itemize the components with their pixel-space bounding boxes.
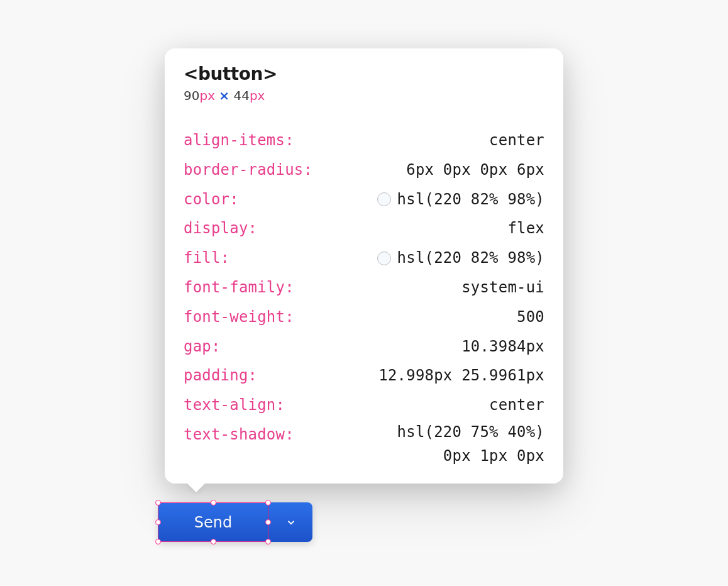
color-swatch-icon[interactable] — [377, 192, 391, 206]
css-property-value: hsl(220 82% 98%) — [397, 243, 544, 273]
css-property-name: gap: — [184, 332, 221, 362]
width-value: 90 — [184, 88, 199, 103]
css-property-name: display: — [184, 214, 257, 243]
css-inspector-tooltip: <button> 90px × 44px align-items: center… — [165, 48, 563, 484]
css-property-name: font-family: — [184, 273, 294, 302]
send-button[interactable]: Send — [158, 502, 268, 542]
css-property-name: color: — [184, 185, 239, 214]
height-unit: px — [250, 88, 265, 103]
css-property-row: border-radius: 6px 0px 0px 6px — [184, 155, 544, 185]
css-property-value: 10.3984px — [461, 332, 544, 362]
send-button-group: Send — [158, 502, 312, 542]
css-property-value: 12.998px 25.9961px — [378, 361, 544, 390]
css-property-value: center — [489, 126, 544, 155]
tooltip-arrow-icon — [187, 484, 205, 492]
css-property-value: center — [489, 390, 544, 420]
height-value: 44 — [233, 88, 249, 103]
css-property-value: hsl(220 82% 98%) — [397, 185, 544, 214]
css-property-row: gap: 10.3984px — [184, 332, 544, 362]
css-property-row: text-align: center — [184, 390, 544, 420]
css-property-value: 500 — [517, 302, 544, 332]
css-property-row: font-family: system-ui — [184, 273, 544, 302]
css-properties-list: align-items: center border-radius: 6px 0… — [184, 126, 544, 468]
css-property-row: font-weight: 500 — [184, 302, 544, 332]
css-property-name: fill: — [184, 243, 229, 273]
css-property-value: 6px 0px 0px 6px — [406, 155, 544, 185]
css-property-name: align-items: — [184, 126, 294, 155]
css-property-row: padding: 12.998px 25.9961px — [184, 361, 544, 390]
css-property-name: border-radius: — [184, 155, 312, 185]
css-property-row: display: flex — [184, 214, 544, 243]
css-property-value: system-ui — [461, 273, 544, 302]
css-property-row: color: hsl(220 82% 98%) — [184, 185, 544, 214]
css-property-value: flex — [507, 214, 544, 243]
css-property-name: font-weight: — [184, 302, 294, 332]
css-property-row: fill: hsl(220 82% 98%) — [184, 243, 544, 273]
send-dropdown-button[interactable] — [268, 502, 312, 542]
width-unit: px — [199, 88, 215, 103]
css-property-name: text-shadow: — [184, 420, 294, 450]
inspected-element-tag: <button> — [184, 64, 544, 84]
css-property-row: align-items: center — [184, 126, 544, 155]
css-property-name: padding: — [184, 361, 257, 390]
css-property-row: text-shadow: hsl(220 75% 40%) 0px 1px 0p… — [184, 420, 544, 468]
color-swatch-icon[interactable] — [377, 252, 391, 265]
element-dimensions: 90px × 44px — [184, 88, 544, 103]
chevron-down-icon — [285, 517, 297, 528]
send-button-label: Send — [194, 514, 232, 531]
dimension-separator: × — [219, 88, 229, 103]
css-property-name: text-align: — [184, 390, 285, 420]
css-property-value: hsl(220 75% 40%) 0px 1px 0px — [397, 420, 544, 468]
